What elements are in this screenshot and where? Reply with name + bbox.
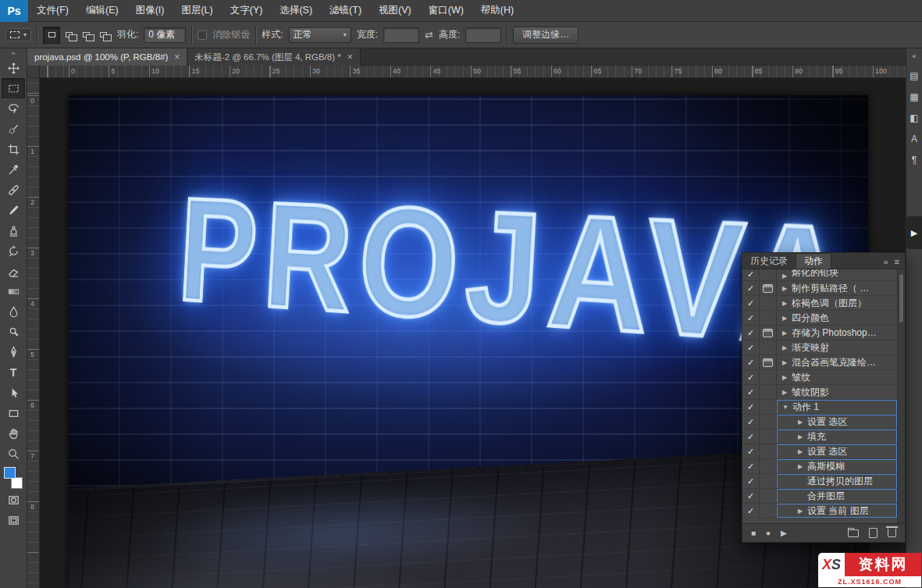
record-button[interactable]: ● — [766, 529, 771, 537]
toggle-item-check[interactable]: ✓ — [742, 415, 760, 429]
dialog-toggle[interactable] — [760, 355, 777, 369]
ps-logo-icon[interactable]: Ps — [0, 0, 28, 22]
color-panel-icon[interactable]: ◧ — [910, 112, 918, 123]
character-panel-icon[interactable]: A — [911, 134, 917, 144]
action-step-row[interactable]: ✓通过拷贝的图层 — [742, 474, 905, 489]
action-row[interactable]: ✓▶熔化的铅块 — [742, 269, 905, 281]
dialog-toggle[interactable] — [760, 296, 777, 310]
action-row[interactable]: ✓▶四分颜色 — [742, 311, 905, 326]
toggle-item-check[interactable]: ✓ — [742, 311, 760, 325]
toggle-item-check[interactable]: ✓ — [742, 340, 760, 355]
dialog-toggle[interactable] — [760, 385, 777, 399]
expand-arrow-icon[interactable]: ▶ — [796, 433, 804, 440]
tool-preset-picker[interactable]: ▾ — [5, 28, 31, 41]
history-brush-tool[interactable] — [2, 241, 25, 261]
dialog-toggle[interactable] — [760, 504, 777, 518]
menu-item[interactable]: 滤镜(T) — [321, 0, 370, 21]
width-input[interactable] — [383, 27, 419, 43]
swap-dimensions-icon[interactable]: ⇄ — [425, 29, 433, 41]
clone-stamp-tool[interactable] — [2, 220, 25, 241]
expand-arrow-icon[interactable]: ▶ — [796, 448, 804, 455]
tab-projava-psd[interactable]: projava.psd @ 100% (P, RGB/8#) × — [27, 48, 187, 66]
swatches-panel-icon[interactable]: ▦ — [910, 91, 918, 102]
new-group-button[interactable] — [848, 529, 859, 537]
intersect-selection-button[interactable] — [94, 27, 112, 44]
action-row[interactable]: ✓▶棕褐色调（图层） — [742, 296, 905, 311]
action-group-row[interactable]: ✓▼动作 1 — [742, 400, 905, 415]
crop-tool[interactable] — [2, 139, 25, 159]
expand-arrow-icon[interactable]: ▶ — [781, 344, 789, 351]
action-step-row[interactable]: ✓▶设置 选区 — [742, 444, 905, 459]
menu-item[interactable]: 文件(F) — [28, 0, 77, 21]
refine-edge-button[interactable]: 调整边缘… — [513, 27, 578, 44]
style-dropdown[interactable]: 正常 ▾ — [289, 27, 351, 43]
tab-actions[interactable]: 动作 — [796, 253, 831, 269]
dialog-toggle[interactable] — [760, 474, 777, 488]
height-input[interactable] — [465, 27, 501, 43]
hand-tool[interactable] — [2, 423, 25, 444]
expand-arrow-icon[interactable]: ▶ — [781, 285, 789, 292]
collapse-toolbar-icon[interactable]: » — [12, 49, 15, 58]
subtract-from-selection-button[interactable] — [77, 27, 94, 44]
close-icon[interactable]: × — [347, 52, 353, 62]
toggle-item-check[interactable]: ✓ — [742, 326, 760, 340]
dialog-toggle[interactable] — [760, 340, 777, 355]
expand-arrow-icon[interactable]: ▶ — [781, 330, 789, 337]
toggle-item-check[interactable]: ✓ — [742, 459, 760, 473]
foreground-color-swatch[interactable] — [4, 467, 16, 479]
new-action-button[interactable] — [869, 528, 878, 538]
dialog-toggle[interactable] — [760, 444, 777, 458]
gradient-tool[interactable] — [2, 281, 25, 301]
action-row[interactable]: ✓▶制作剪贴路径（ … — [742, 281, 905, 296]
path-selection-tool[interactable] — [2, 383, 25, 403]
ruler-corner[interactable] — [27, 66, 40, 78]
quick-selection-tool[interactable] — [2, 119, 25, 139]
expand-arrow-icon[interactable]: ▶ — [781, 359, 789, 366]
action-step-row[interactable]: ✓▶填充 — [742, 429, 905, 444]
feather-input[interactable]: 0 像素 — [144, 27, 186, 43]
new-selection-button[interactable] — [43, 27, 60, 44]
action-step-row[interactable]: ✓▶高斯模糊 — [742, 459, 905, 474]
delete-button[interactable] — [888, 529, 896, 537]
lasso-tool[interactable] — [2, 98, 25, 119]
vertical-ruler[interactable]: 012345678 — [27, 78, 40, 588]
dialog-toggle[interactable] — [760, 429, 777, 444]
quick-mask-button[interactable] — [2, 490, 25, 510]
toggle-item-check[interactable]: ✓ — [742, 269, 760, 280]
move-tool[interactable] — [2, 58, 25, 78]
collapse-panel-icon[interactable]: » — [883, 257, 888, 266]
dodge-tool[interactable] — [2, 322, 25, 342]
dialog-toggle[interactable] — [760, 459, 777, 473]
toggle-item-check[interactable]: ✓ — [742, 355, 760, 369]
screen-mode-button[interactable] — [2, 510, 25, 530]
rectangle-tool[interactable] — [2, 403, 25, 423]
menu-item[interactable]: 选择(S) — [271, 0, 321, 21]
expand-arrow-icon[interactable]: ▶ — [781, 315, 789, 322]
dialog-toggle[interactable] — [760, 415, 777, 429]
menu-item[interactable]: 窗口(W) — [420, 0, 472, 21]
zoom-tool[interactable] — [2, 444, 25, 464]
collapse-arrow-icon[interactable]: ▼ — [781, 404, 789, 411]
dialog-toggle[interactable] — [760, 489, 777, 503]
expand-arrow-icon[interactable]: ▶ — [781, 300, 789, 307]
toggle-item-check[interactable]: ✓ — [742, 444, 760, 458]
tab-untitled-2[interactable]: 未标题-2 @ 66.7% (图层 4, RGB/8) * × — [187, 48, 360, 66]
scrollbar[interactable] — [897, 269, 905, 523]
toggle-item-check[interactable]: ✓ — [742, 504, 760, 518]
histogram-panel-icon[interactable]: ▤ — [910, 70, 918, 81]
panel-menu-icon[interactable]: ≡ — [895, 257, 899, 266]
menu-item[interactable]: 编辑(E) — [77, 0, 127, 21]
background-color-swatch[interactable] — [11, 477, 23, 489]
menu-item[interactable]: 帮助(H) — [472, 0, 522, 21]
toggle-item-check[interactable]: ✓ — [742, 296, 760, 310]
brush-tool[interactable] — [2, 200, 25, 220]
stop-button[interactable]: ■ — [751, 529, 756, 537]
eraser-tool[interactable] — [2, 261, 25, 281]
toggle-item-check[interactable]: ✓ — [742, 489, 760, 503]
actions-play-icon[interactable]: ▶ — [906, 216, 922, 249]
action-row[interactable]: ✓▶皱纹 — [742, 370, 905, 385]
toggle-item-check[interactable]: ✓ — [742, 281, 760, 295]
expand-arrow-icon[interactable]: ▶ — [781, 273, 789, 280]
horizontal-ruler[interactable]: 0510152025303540455055606570758085909510… — [40, 66, 906, 78]
toggle-item-check[interactable]: ✓ — [742, 370, 760, 384]
